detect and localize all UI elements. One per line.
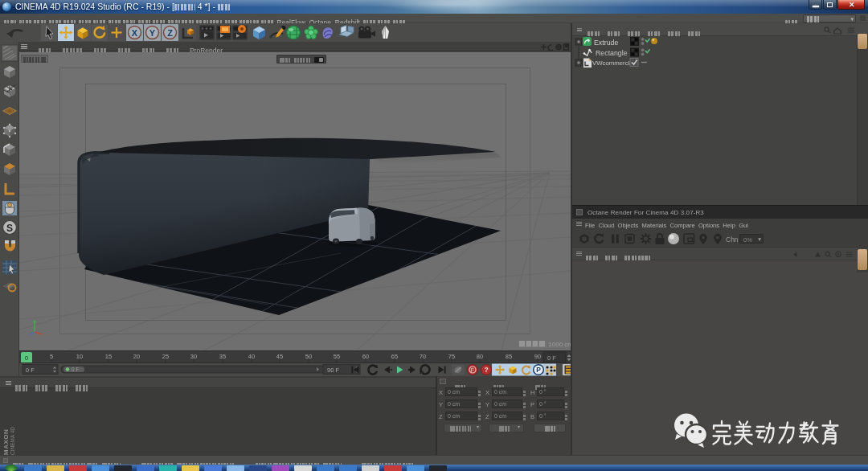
svg-text:85: 85 [506, 353, 512, 360]
svg-text:10: 10 [76, 353, 83, 360]
svg-text:35: 35 [219, 353, 226, 360]
svg-text:S: S [6, 223, 13, 234]
svg-text:75: 75 [448, 353, 455, 360]
svg-text:0 F: 0 F [72, 367, 79, 372]
svg-text:0 F: 0 F [547, 354, 556, 362]
svg-text:Z: Z [167, 28, 173, 38]
svg-text:80: 80 [477, 353, 483, 360]
svg-text:70: 70 [420, 353, 426, 360]
svg-text:5: 5 [50, 353, 53, 360]
svg-text:?: ? [484, 366, 488, 374]
svg-text:30: 30 [190, 353, 197, 360]
svg-text:45: 45 [276, 353, 283, 360]
svg-text:20: 20 [133, 353, 140, 360]
svg-text:: 1000 cm: : 1000 cm [545, 341, 571, 348]
svg-text:Rectangle: Rectangle [596, 49, 628, 57]
svg-text:55: 55 [334, 353, 340, 360]
svg-text:0: 0 [25, 354, 29, 362]
svg-text:15: 15 [105, 353, 112, 360]
svg-text:50: 50 [305, 353, 312, 360]
svg-text:X: X [132, 28, 138, 38]
svg-text:90: 90 [534, 353, 541, 360]
svg-text:Extrude: Extrude [594, 39, 618, 47]
svg-text:Y: Y [149, 28, 156, 38]
svg-text:40: 40 [248, 353, 255, 360]
svg-text:65: 65 [391, 353, 398, 360]
svg-text:25: 25 [162, 353, 169, 360]
svg-text:0 F: 0 F [26, 367, 35, 374]
svg-text:60: 60 [362, 353, 369, 360]
svg-text:P: P [536, 366, 541, 374]
svg-text:VWcommercial: VWcommercial [592, 59, 635, 67]
svg-text:F: F [471, 367, 474, 373]
svg-text:90 F: 90 F [327, 367, 339, 374]
